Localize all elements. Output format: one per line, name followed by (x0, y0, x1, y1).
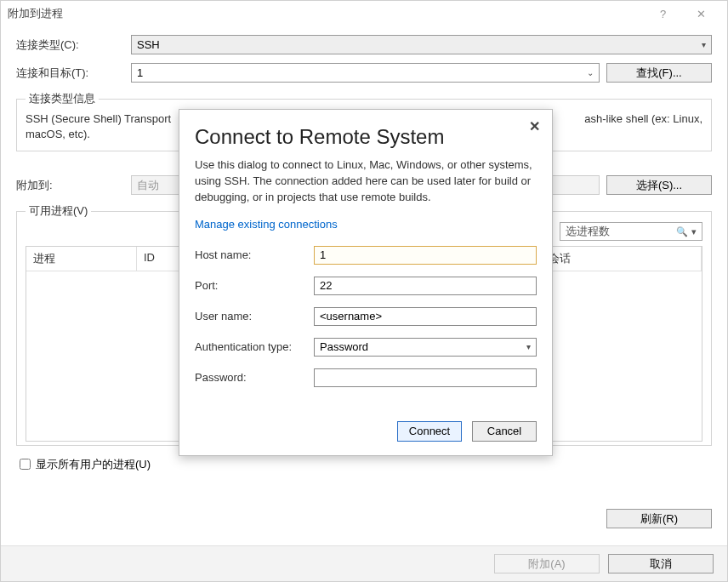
find-button[interactable]: 查找(F)... (606, 63, 712, 83)
password-input[interactable] (314, 368, 537, 387)
port-input[interactable] (314, 277, 537, 295)
connection-target-label: 连接和目标(T): (16, 66, 131, 81)
port-label: Port: (195, 279, 314, 292)
chevron-down-icon: ⌄ (587, 68, 594, 77)
search-icon: 🔍 (676, 226, 688, 237)
connection-target-combo[interactable]: 1 ⌄ (131, 63, 600, 83)
hostname-label: Host name: (195, 248, 314, 261)
username-label: User name: (195, 310, 314, 322)
filter-dropdown-icon[interactable]: ▾ (691, 226, 697, 237)
connect-remote-modal: ✕ Connect to Remote System Use this dial… (179, 109, 553, 456)
chevron-down-icon: ▾ (702, 40, 706, 49)
hostname-input[interactable] (314, 246, 537, 265)
filter-placeholder: 选进程数 (566, 224, 610, 239)
attach-to-label: 附加到: (16, 178, 131, 193)
select-button[interactable]: 选择(S)... (606, 175, 712, 195)
auth-type-select[interactable]: Password ▾ (314, 338, 537, 357)
chevron-down-icon: ▾ (526, 342, 531, 351)
modal-cancel-button[interactable]: Cancel (472, 421, 537, 442)
help-button[interactable]: ? (644, 1, 682, 26)
connection-target-value: 1 (137, 66, 143, 79)
username-input[interactable] (314, 307, 537, 326)
modal-description: Use this dialog to connect to Linux, Mac… (195, 157, 537, 206)
column-session[interactable]: 会话 (542, 247, 702, 271)
available-processes-legend: 可用进程(V) (26, 203, 91, 219)
filter-processes-input[interactable]: 选进程数 🔍 ▾ (560, 222, 702, 241)
modal-title: Connect to Remote System (195, 125, 537, 149)
modal-close-button[interactable]: ✕ (529, 118, 540, 134)
info-text-right: ash-like shell (ex: Linux, (584, 111, 702, 127)
connection-type-select[interactable]: SSH ▾ (131, 35, 712, 54)
window-title: 附加到进程 (8, 6, 644, 21)
password-label: Password: (195, 371, 314, 384)
attach-button: 附加(A) (494, 554, 600, 573)
connection-type-label: 连接类型(C): (16, 37, 131, 53)
auth-type-value: Password (320, 340, 368, 353)
show-all-users-checkbox[interactable] (20, 459, 31, 470)
connect-button[interactable]: Connect (397, 421, 462, 442)
manage-connections-link[interactable]: Manage existing connections (195, 218, 537, 231)
info-text-left: SSH (Secure Shell) Transport (26, 111, 171, 127)
show-all-users-label: 显示所有用户的进程(U) (36, 457, 151, 472)
connection-type-value: SSH (137, 38, 160, 51)
auth-type-label: Authentication type: (195, 340, 314, 353)
dialog-footer: 附加(A) 取消 (1, 545, 727, 581)
close-button[interactable]: ✕ (682, 1, 720, 26)
refresh-button[interactable]: 刷新(R) (606, 509, 712, 528)
attach-to-process-window: 附加到进程 ? ✕ 连接类型(C): SSH ▾ 连接和目标(T): 1 ⌄ (0, 0, 728, 582)
connection-type-info-legend: 连接类型信息 (26, 91, 99, 106)
attach-to-value: 自动 (137, 178, 159, 193)
column-process[interactable]: 进程 (26, 247, 137, 271)
titlebar: 附加到进程 ? ✕ (1, 1, 727, 26)
cancel-button[interactable]: 取消 (608, 554, 714, 573)
